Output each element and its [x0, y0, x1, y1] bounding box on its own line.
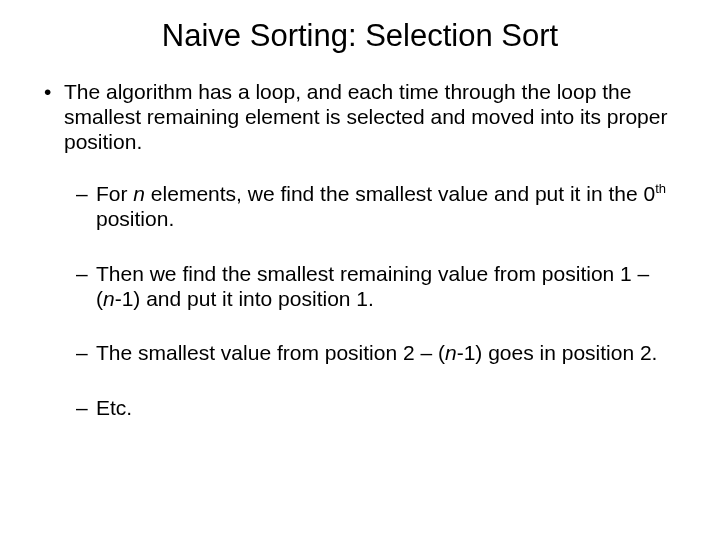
bullet-sub-1: Then we find the smallest remaining valu… — [40, 262, 680, 312]
text: Etc. — [96, 396, 132, 419]
bullet-main: The algorithm has a loop, and each time … — [40, 80, 680, 154]
bullet-sub-0: For n elements, we find the smallest val… — [40, 182, 680, 232]
var-n: n — [445, 341, 457, 364]
text: -1) goes in position 2. — [457, 341, 658, 364]
bullet-sub-2: The smallest value from position 2 – (n-… — [40, 341, 680, 366]
text: -1) and put it into position 1. — [115, 287, 374, 310]
text: elements, we find the smallest value and… — [145, 182, 655, 205]
slide: Naive Sorting: Selection Sort The algori… — [0, 0, 720, 540]
var-n: n — [103, 287, 115, 310]
var-n: n — [133, 182, 145, 205]
text: The smallest value from position 2 – ( — [96, 341, 445, 364]
slide-body: The algorithm has a loop, and each time … — [40, 80, 680, 421]
slide-title: Naive Sorting: Selection Sort — [40, 18, 680, 54]
text: position. — [96, 207, 174, 230]
text: For — [96, 182, 133, 205]
bullet-sub-3: Etc. — [40, 396, 680, 421]
ordinal-sup: th — [655, 181, 666, 196]
